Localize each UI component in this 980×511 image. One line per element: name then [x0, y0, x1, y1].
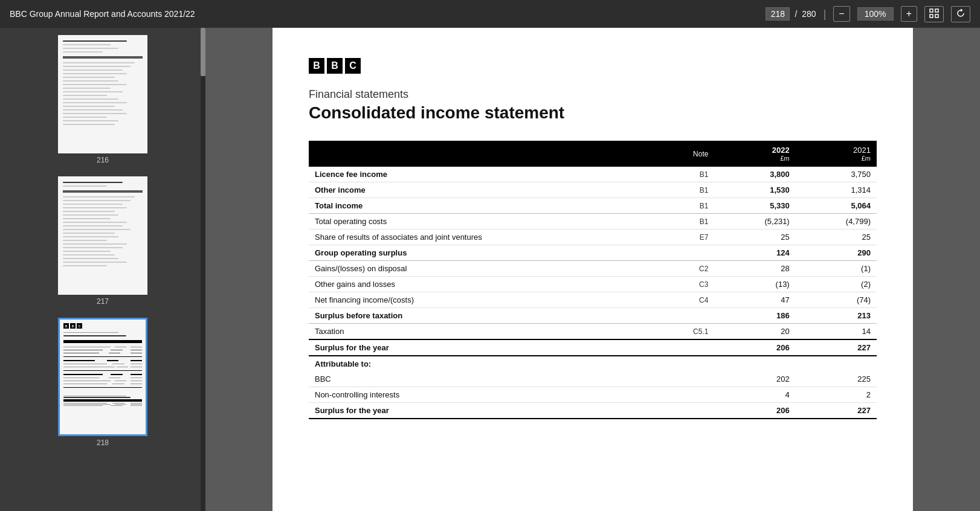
row-label: Group operating surplus — [309, 245, 650, 261]
row-val-2021: 290 — [796, 245, 877, 261]
row-note — [650, 308, 714, 324]
col-label-header — [309, 141, 650, 167]
page-label-217: 217 — [97, 297, 109, 306]
row-val-2022: 47 — [714, 292, 795, 308]
table-row: Other gains and losses C3 (13) (2) — [309, 277, 877, 292]
row-note: E7 — [650, 230, 714, 245]
svg-rect-3 — [935, 14, 938, 18]
row-val-2021: 227 — [796, 339, 877, 356]
row-val-2022: 3,800 — [714, 167, 795, 182]
row-val-2022: 124 — [714, 245, 795, 261]
fit-icon — [929, 8, 939, 18]
row-val-2022: 186 — [714, 308, 795, 324]
thumbnail-216[interactable]: 216 — [58, 35, 147, 164]
row-label: Licence fee income — [309, 167, 650, 182]
row-val-2022: 206 — [714, 339, 795, 356]
row-val-2021: 25 — [796, 230, 877, 245]
row-note: C2 — [650, 261, 714, 277]
table-row: Group operating surplus 124 290 — [309, 245, 877, 261]
bbc-c: C — [345, 58, 361, 74]
col-2021-header: 2021 £m — [796, 141, 877, 167]
row-val-2022 — [714, 356, 795, 371]
thumbnail-218[interactable]: B B C — [58, 318, 147, 447]
row-val-2021: 213 — [796, 308, 877, 324]
table-row: BBC 202 225 — [309, 371, 877, 387]
row-val-2022: (13) — [714, 277, 795, 292]
table-row: Total income B1 5,330 5,064 — [309, 198, 877, 214]
document-title: BBC Group Annual Report and Accounts 202… — [10, 9, 758, 19]
row-label: Surplus for the year — [309, 339, 650, 356]
row-val-2022: 206 — [714, 403, 795, 419]
row-note — [650, 245, 714, 261]
row-note — [650, 356, 714, 371]
page-thumb-216[interactable] — [58, 35, 147, 153]
row-val-2021: 5,064 — [796, 198, 877, 214]
row-val-2021: 14 — [796, 324, 877, 340]
row-label: Total operating costs — [309, 214, 650, 230]
row-val-2022: 5,330 — [714, 198, 795, 214]
col-2022-header: 2022 £m — [714, 141, 795, 167]
section-label: Financial statements — [309, 88, 877, 101]
row-val-2021: 3,750 — [796, 167, 877, 182]
page-thumb-217[interactable] — [58, 176, 147, 295]
sidebar: 216 — [0, 28, 205, 511]
row-label: Surplus before taxation — [309, 308, 650, 324]
table-row: Non-controlling interests 4 2 — [309, 387, 877, 403]
row-label: Net financing income/(costs) — [309, 292, 650, 308]
row-val-2021: 227 — [796, 403, 877, 419]
page-separator: / — [795, 9, 797, 19]
table-row: Licence fee income B1 3,800 3,750 — [309, 167, 877, 182]
table-row: Surplus for the year 206 227 — [309, 403, 877, 419]
row-label: Surplus for the year — [309, 403, 650, 419]
bbc-b2: B — [327, 58, 343, 74]
row-note — [650, 403, 714, 419]
row-val-2021: 2 — [796, 387, 877, 403]
toolbar: BBC Group Annual Report and Accounts 202… — [0, 0, 980, 28]
row-label: BBC — [309, 371, 650, 387]
zoom-input[interactable] — [857, 7, 894, 21]
zoom-out-button[interactable]: − — [833, 6, 849, 22]
svg-rect-2 — [930, 14, 933, 18]
row-val-2022: 25 — [714, 230, 795, 245]
page-label-218: 218 — [97, 439, 109, 447]
table-row: Share of results of associates and joint… — [309, 230, 877, 245]
row-label: Non-controlling interests — [309, 387, 650, 403]
table-row: Attributable to: — [309, 356, 877, 371]
document-viewer: B B C Financial statements Consolidated … — [205, 28, 980, 511]
row-note: C3 — [650, 277, 714, 292]
row-label: Total income — [309, 198, 650, 214]
row-val-2022: (5,231) — [714, 214, 795, 230]
row-val-2021: 225 — [796, 371, 877, 387]
svg-rect-1 — [935, 9, 938, 12]
scroll-track — [201, 28, 205, 511]
current-page-input[interactable] — [766, 7, 790, 21]
col-note-header: Note — [650, 141, 714, 167]
row-label: Taxation — [309, 324, 650, 340]
toolbar-divider: | — [824, 8, 827, 21]
table-row: Gains/(losses) on disposal C2 28 (1) — [309, 261, 877, 277]
bbc-b1: B — [309, 58, 324, 74]
row-label: Other income — [309, 182, 650, 198]
row-label: Attributable to: — [309, 356, 650, 371]
main-area: 216 — [0, 28, 980, 511]
row-val-2021: (2) — [796, 277, 877, 292]
row-val-2021: (1) — [796, 261, 877, 277]
row-val-2022: 4 — [714, 387, 795, 403]
row-label: Gains/(losses) on disposal — [309, 261, 650, 277]
row-note — [650, 387, 714, 403]
row-val-2022: 1,530 — [714, 182, 795, 198]
thumbnail-217[interactable]: 217 — [58, 176, 147, 306]
page-thumb-218[interactable]: B B C — [58, 318, 147, 436]
rotate-button[interactable] — [951, 6, 970, 22]
table-row: Net financing income/(costs) C4 47 (74) — [309, 292, 877, 308]
scroll-thumb — [201, 28, 205, 76]
row-val-2022: 202 — [714, 371, 795, 387]
zoom-in-button[interactable]: + — [901, 6, 917, 22]
row-val-2021: 1,314 — [796, 182, 877, 198]
row-note: B1 — [650, 198, 714, 214]
row-val-2021: (4,799) — [796, 214, 877, 230]
row-val-2022: 28 — [714, 261, 795, 277]
row-note: B1 — [650, 182, 714, 198]
fit-page-button[interactable] — [924, 6, 944, 22]
table-row: Surplus for the year 206 227 — [309, 339, 877, 356]
